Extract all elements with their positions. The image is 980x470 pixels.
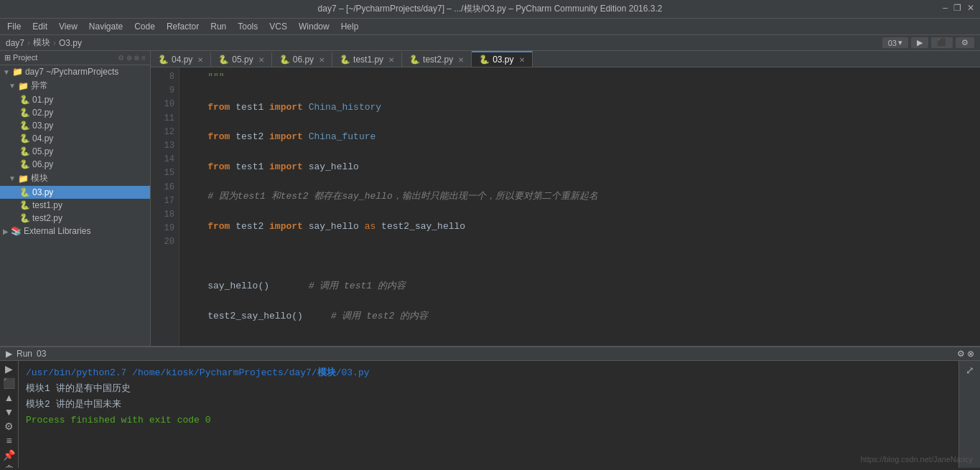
menu-item-edit[interactable]: Edit xyxy=(28,20,52,33)
close-icon[interactable]: ✕ xyxy=(319,56,325,64)
sidebar-item-label: test1.py xyxy=(32,200,62,210)
window-controls[interactable]: – ❐ ✕ xyxy=(943,3,974,13)
sidebar-item-test1py[interactable]: 🐍 test1.py xyxy=(0,199,150,212)
sep1: › xyxy=(27,38,30,48)
menu-item-code[interactable]: Code xyxy=(130,20,159,33)
main-layout: ⊞ Project ⚙ ⊕ ⊗ ≡ ▼ 📁 day7 ~/PycharmProj… xyxy=(0,51,980,346)
py-icon: 🐍 xyxy=(19,121,30,131)
menu-item-vcs[interactable]: VCS xyxy=(265,20,291,33)
sidebar-item-03py-exc[interactable]: 🐍 03.py xyxy=(0,119,150,132)
debug-button[interactable]: ⬛ xyxy=(931,37,953,48)
menu-item-file[interactable]: File xyxy=(3,20,25,33)
sidebar-item-06py-exc[interactable]: 🐍 06.py xyxy=(0,158,150,171)
sidebar: ⊞ Project ⚙ ⊕ ⊗ ≡ ▼ 📁 day7 ~/PycharmProj… xyxy=(0,51,151,346)
run-panel-title: Run xyxy=(17,349,32,359)
code-line-10: from test2 import China_future xyxy=(185,130,974,145)
settings-button[interactable]: ⚙ xyxy=(1,420,17,433)
sidebar-item-label: 模块 xyxy=(31,172,48,184)
stop-button[interactable]: ⬛ xyxy=(1,377,17,390)
py-icon: 🐍 xyxy=(479,55,490,65)
menu-item-help[interactable]: Help xyxy=(337,20,363,33)
code-content[interactable]: """ from test1 import China_history from… xyxy=(179,67,980,346)
py-icon: 🐍 xyxy=(19,146,30,156)
code-line-13: from test2 import say_hello as test2_say… xyxy=(185,220,974,235)
run-button[interactable]: ▶ xyxy=(911,37,928,48)
close-icon[interactable]: ✕ xyxy=(519,56,525,64)
menu-bar: FileEditViewNavigateCodeRefactorRunTools… xyxy=(0,19,980,35)
tab-test1py[interactable]: 🐍 test1.py ✕ xyxy=(332,52,402,67)
menu-item-view[interactable]: View xyxy=(55,20,82,33)
tab-test2py[interactable]: 🐍 test2.py ✕ xyxy=(402,52,472,67)
sidebar-item-label: 03.py xyxy=(32,121,53,131)
tab-03py[interactable]: 🐍 03.py ✕ xyxy=(472,51,532,67)
py-icon: 🐍 xyxy=(19,95,30,105)
menu-item-window[interactable]: Window xyxy=(294,20,334,33)
menu-item-run[interactable]: Run xyxy=(206,20,230,33)
sidebar-item-05py-exc[interactable]: 🐍 05.py xyxy=(0,145,150,158)
breadcrumb: day7 › 模块 › O3.py 03 ▾ ▶ ⬛ ⚙ xyxy=(0,35,980,51)
editor-area: 🐍 04.py ✕ 🐍 05.py ✕ 🐍 06.py ✕ 🐍 test1.py… xyxy=(151,51,980,346)
sidebar-item-day7[interactable]: ▼ 📁 day7 ~/PycharmProjects xyxy=(0,65,150,78)
rerun-button[interactable]: ▶ xyxy=(1,362,17,375)
code-line-8: """ xyxy=(185,70,974,85)
code-editor[interactable]: 8 9 10 11 12 13 14 15 16 17 18 19 20 """… xyxy=(151,67,980,346)
code-line-11: from test1 import say_hello xyxy=(185,160,974,175)
menu-item-navigate[interactable]: Navigate xyxy=(85,20,127,33)
scroll-down-button[interactable]: ▼ xyxy=(1,405,17,418)
tab-label: 03.py xyxy=(493,55,513,65)
code-line-15: say_hello() # 调用 test1 的内容 xyxy=(185,279,974,294)
window-title: day7 – [~/PycharmProjects/day7] – .../模块… xyxy=(318,4,663,14)
sidebar-item-04py-exc[interactable]: 🐍 04.py xyxy=(0,132,150,145)
sidebar-item-02py[interactable]: 🐍 02.py xyxy=(0,106,150,119)
sidebar-item-module[interactable]: ▼ 📁 模块 xyxy=(0,171,150,186)
close-btn[interactable]: ✕ xyxy=(967,3,974,13)
sidebar-item-label: 04.py xyxy=(32,133,53,144)
sidebar-item-exception[interactable]: ▼ 📁 异常 xyxy=(0,78,150,93)
run-output-path: /usr/bin/python2.7 /home/kiosk/PycharmPr… xyxy=(26,365,951,381)
menu-item-tools[interactable]: Tools xyxy=(233,20,262,33)
sidebar-item-label: 05.py xyxy=(32,146,53,156)
close-icon[interactable]: ✕ xyxy=(197,56,203,64)
sidebar-item-ext-libs[interactable]: ▶ 📚 External Libraries xyxy=(0,225,150,238)
run-right-bar: ⤢ xyxy=(958,361,980,468)
maximize-btn[interactable]: ❐ xyxy=(953,3,961,13)
tab-04py[interactable]: 🐍 04.py ✕ xyxy=(151,52,211,67)
expand-arrow: ▼ xyxy=(9,82,16,90)
minimize-btn[interactable]: – xyxy=(943,3,948,13)
tab-label: test2.py xyxy=(423,55,453,65)
run-panel-config: 03 xyxy=(37,349,46,359)
run-output-line2: 模块2 讲的是中国未来 xyxy=(26,397,951,413)
py-icon: 🐍 xyxy=(340,55,350,65)
py-icon: 🐍 xyxy=(19,133,30,144)
filter-button[interactable]: ≡ xyxy=(1,434,17,447)
sidebar-item-01py[interactable]: 🐍 01.py xyxy=(0,93,150,106)
py-icon: 🐍 xyxy=(279,55,290,65)
settings-button[interactable]: ⚙ xyxy=(956,37,974,48)
sidebar-item-test2py[interactable]: 🐍 test2.py xyxy=(0,212,150,225)
code-line-17 xyxy=(185,339,974,346)
tab-label: 05.py xyxy=(232,55,253,65)
py-icon: 🐍 xyxy=(158,55,169,65)
maximize-panel-button[interactable]: ⤢ xyxy=(964,364,976,377)
sidebar-icons: ⚙ ⊕ ⊗ ≡ xyxy=(118,54,146,62)
py-icon: 🐍 xyxy=(19,200,30,210)
trash-button[interactable]: 🗑 xyxy=(1,463,17,468)
pin-button[interactable]: 📌 xyxy=(1,448,17,461)
close-icon[interactable]: ✕ xyxy=(458,56,464,64)
sidebar-item-03py-mod[interactable]: 🐍 03.py xyxy=(0,186,150,199)
breadcrumb-day7[interactable]: day7 xyxy=(6,38,24,48)
sidebar-item-label: day7 ~/PycharmProjects xyxy=(25,67,118,77)
tab-05py[interactable]: 🐍 05.py ✕ xyxy=(211,52,271,67)
tab-06py[interactable]: 🐍 06.py ✕ xyxy=(272,52,332,67)
breadcrumb-module[interactable]: 模块 xyxy=(33,37,50,49)
breadcrumb-file[interactable]: O3.py xyxy=(59,38,82,48)
scroll-up-button[interactable]: ▲ xyxy=(1,391,17,404)
line-numbers: 8 9 10 11 12 13 14 15 16 17 18 19 20 xyxy=(151,67,179,346)
menu-item-refactor[interactable]: Refactor xyxy=(162,20,203,33)
close-icon[interactable]: ✕ xyxy=(258,56,264,64)
close-icon[interactable]: ✕ xyxy=(388,56,394,64)
run-panel-controls: ▶ ⬛ ▲ ▼ ⚙ ≡ 📌 🗑 xyxy=(0,361,19,468)
sidebar-item-label: 异常 xyxy=(31,80,48,92)
run-config-selector[interactable]: 03 ▾ xyxy=(882,37,908,48)
tab-label: 04.py xyxy=(172,55,192,65)
